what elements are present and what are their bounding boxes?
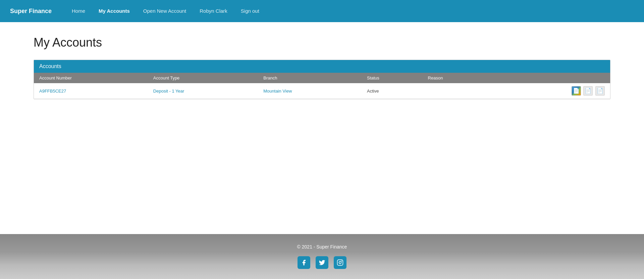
accounts-table: Account Number Account Type Branch Statu… (34, 73, 610, 99)
cell-branch: Mountain View (258, 83, 362, 99)
table-row: A9FFB5CE27 Deposit - 1 Year Mountain Vie… (34, 83, 610, 99)
col-header-account-number: Account Number (34, 73, 148, 83)
cell-actions: 📄 📄 📄 (490, 83, 610, 99)
nav-open-new-account[interactable]: Open New Account (143, 8, 186, 14)
nav-home[interactable]: Home (72, 8, 85, 14)
edit-action-button[interactable]: 📄 (583, 86, 593, 96)
footer: © 2021 - Super Finance (0, 234, 644, 279)
col-header-branch: Branch (258, 73, 362, 83)
cell-status: Active (362, 83, 423, 99)
cell-account-type: Deposit - 1 Year (148, 83, 258, 99)
twitter-icon[interactable] (316, 256, 328, 269)
page-title: My Accounts (34, 36, 610, 50)
accounts-section-header: Accounts (34, 60, 610, 73)
svg-rect-0 (337, 260, 343, 266)
svg-point-2 (341, 261, 342, 262)
footer-copyright: © 2021 - Super Finance (7, 244, 637, 249)
navbar: Super Finance Home My Accounts Open New … (0, 0, 644, 22)
col-header-reason: Reason (423, 73, 491, 83)
col-header-actions (490, 73, 610, 83)
brand-logo: Super Finance (10, 8, 52, 15)
cell-reason (423, 83, 491, 99)
col-header-status: Status (362, 73, 423, 83)
nav-sign-out[interactable]: Sign out (241, 8, 259, 14)
svg-point-1 (339, 262, 341, 264)
accounts-card: Accounts Account Number Account Type Bra… (34, 60, 610, 99)
instagram-icon[interactable] (334, 256, 346, 269)
nav-links: Home My Accounts Open New Account Robyn … (72, 8, 259, 14)
facebook-icon[interactable] (298, 256, 310, 269)
cell-account-number: A9FFB5CE27 (34, 83, 148, 99)
main-content: My Accounts Accounts Account Number Acco… (0, 22, 644, 234)
col-header-account-type: Account Type (148, 73, 258, 83)
delete-action-button[interactable]: 📄 (595, 86, 605, 96)
accounts-table-wrapper: Account Number Account Type Branch Statu… (34, 73, 610, 99)
nav-my-accounts[interactable]: My Accounts (99, 8, 130, 14)
table-header-row: Account Number Account Type Branch Statu… (34, 73, 610, 83)
view-action-button[interactable]: 📄 (572, 86, 581, 96)
nav-user-name[interactable]: Robyn Clark (200, 8, 227, 14)
footer-social (7, 256, 637, 269)
